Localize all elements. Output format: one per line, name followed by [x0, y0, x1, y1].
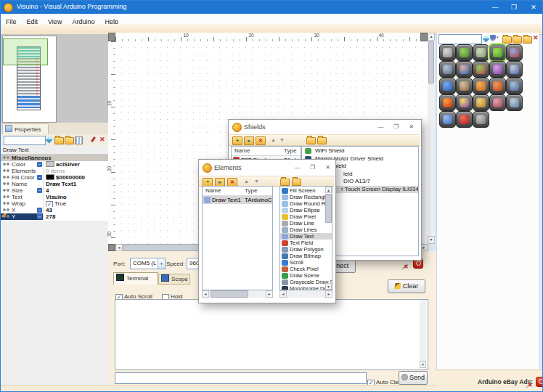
- user-dropdown-icon[interactable]: ▾: [497, 33, 499, 41]
- name-column-header[interactable]: Name: [234, 147, 250, 155]
- property-row[interactable]: Y−278: [1, 213, 108, 220]
- send-button[interactable]: Send: [399, 371, 428, 385]
- shields-title-bar[interactable]: Shields — ❐ ✕: [229, 120, 421, 134]
- elements-collapse-all-icon[interactable]: [292, 179, 301, 186]
- arrange-icon[interactable]: [75, 136, 83, 144]
- palette-item[interactable]: Draw Pixel: [280, 213, 332, 220]
- property-value[interactable]: $00000000: [43, 174, 108, 181]
- shields-add-icon[interactable]: +: [232, 136, 242, 145]
- scroll-up-icon[interactable]: ▴: [428, 33, 435, 41]
- property-value[interactable]: 43: [43, 207, 108, 213]
- send-input[interactable]: [115, 372, 367, 384]
- checkbox-icon[interactable]: ✓: [46, 201, 53, 207]
- toolbox-color-wheel-icon[interactable]: [456, 94, 473, 111]
- scroll-down-icon[interactable]: ▾: [428, 236, 435, 244]
- palette-item[interactable]: Draw Lines: [280, 226, 332, 233]
- elements-scroll-left-icon[interactable]: ◂: [202, 290, 209, 298]
- port-dropdown-icon[interactable]: ▾: [158, 258, 165, 269]
- property-row[interactable]: X−43: [1, 207, 108, 213]
- shields-minimize-icon[interactable]: —: [374, 121, 388, 132]
- palette-item[interactable]: Scroll: [280, 259, 332, 266]
- shields-delete-icon[interactable]: ✕: [256, 136, 266, 145]
- property-value[interactable]: 278: [43, 213, 108, 220]
- ads-settings-icon[interactable]: ／: [526, 381, 532, 388]
- toolbox-arduino-board-icon[interactable]: [456, 44, 473, 61]
- property-row[interactable]: NameDraw Text1: [1, 181, 108, 187]
- toolbox-analog-fire-icon[interactable]: [439, 94, 456, 111]
- name-column-header[interactable]: Name: [205, 187, 221, 195]
- elements-maximize-icon[interactable]: ❐: [306, 162, 319, 173]
- property-row[interactable]: Color−aclSilver: [1, 161, 108, 168]
- property-row[interactable]: Size−4: [1, 187, 108, 194]
- toolbox-home-rf-icon[interactable]: [456, 78, 473, 94]
- collapse-icon[interactable]: −: [37, 162, 42, 167]
- tab-scope[interactable]: Scope: [158, 274, 190, 285]
- filter-icon[interactable]: [46, 136, 53, 144]
- toolbox-converter-icon[interactable]: [473, 78, 489, 94]
- shields-collapse-all-icon[interactable]: [317, 137, 327, 144]
- toolbox-text-icon[interactable]: [456, 61, 473, 78]
- property-row[interactable]: TextVisuino: [1, 194, 108, 200]
- toolbox-tools-icon[interactable]: [439, 44, 456, 61]
- navigator-viewport[interactable]: [3, 38, 48, 65]
- property-row[interactable]: Miscellaneous: [1, 155, 108, 161]
- toolbox-power-cell-icon[interactable]: [506, 61, 523, 78]
- clear-filter-icon[interactable]: ✕: [99, 136, 105, 143]
- property-value[interactable]: ✓True: [43, 200, 108, 207]
- elements-move-down-icon[interactable]: ▼: [254, 177, 259, 185]
- toolbox-numbers-icon[interactable]: [506, 44, 523, 61]
- palette-item[interactable]: Grayscale Draw S: [280, 279, 332, 285]
- palette-item[interactable]: Text Field: [280, 240, 332, 246]
- property-value[interactable]: Draw Text1: [43, 181, 108, 187]
- terminal-scroll-down-icon[interactable]: ▾: [420, 361, 426, 368]
- collapse-icon[interactable]: −: [37, 214, 42, 219]
- elements-close-icon[interactable]: ✕: [321, 162, 335, 173]
- palette-item[interactable]: Draw Scene: [280, 272, 332, 279]
- palette-item[interactable]: Fill Screen: [280, 187, 332, 194]
- shields-move-up-icon[interactable]: ▲: [271, 136, 276, 144]
- toolbox-water-icon[interactable]: [506, 94, 523, 111]
- property-row[interactable]: Wrap✓True: [1, 200, 108, 207]
- elements-expand-all-icon[interactable]: [280, 179, 290, 186]
- shields-insert-icon[interactable]: ▸: [244, 136, 254, 145]
- maximize-icon[interactable]: ❐: [505, 1, 523, 14]
- elements-list-row[interactable]: Draw Text1 TArduinoCol: [203, 196, 272, 204]
- toolbox-filter-icon[interactable]: [483, 36, 490, 43]
- tab-terminal[interactable]: Terminal: [113, 272, 158, 285]
- terminal-output[interactable]: [115, 299, 428, 370]
- palette-scroll-up-icon[interactable]: ▴: [325, 187, 332, 193]
- toolbox-connections-icon[interactable]: [489, 44, 506, 61]
- property-value[interactable]: aclSilver: [43, 161, 108, 168]
- shields-expand-all-icon[interactable]: [306, 137, 316, 144]
- palette-item[interactable]: WiFi Shield: [302, 147, 418, 155]
- design-navigator[interactable]: [1, 34, 108, 123]
- toolbox-breadboard-icon[interactable]: [473, 44, 489, 61]
- user-icon[interactable]: [490, 35, 496, 42]
- close-icon[interactable]: ✕: [523, 1, 543, 14]
- expand-categories-icon[interactable]: [54, 137, 64, 144]
- type-column-header[interactable]: Type: [245, 187, 257, 195]
- palette-item[interactable]: Draw Ellipse: [280, 207, 332, 213]
- terminal-scrollbar[interactable]: [420, 300, 426, 361]
- collapse-icon[interactable]: −: [37, 175, 42, 180]
- toolbox-vehicle-icon[interactable]: [439, 61, 456, 78]
- minimize-icon[interactable]: —: [486, 1, 505, 14]
- toolbox-gamepad-icon[interactable]: [473, 111, 489, 128]
- palette-item[interactable]: Draw Polygon: [280, 246, 332, 253]
- property-value[interactable]: Visuino: [43, 194, 108, 200]
- property-filter-input[interactable]: [4, 136, 46, 145]
- collapse-categories-icon[interactable]: [65, 137, 74, 144]
- palette-scroll-down-icon[interactable]: ▾: [325, 283, 332, 290]
- toolbox-network-icon[interactable]: [489, 78, 506, 94]
- scroll-left-icon[interactable]: ◂: [115, 244, 123, 251]
- palette-scroll-thumb[interactable]: [325, 194, 332, 223]
- toolbox-memory-icon[interactable]: [489, 94, 506, 111]
- palette-scroll-left-icon[interactable]: ◂: [279, 290, 287, 298]
- property-row[interactable]: Fill Color−$00000000: [1, 174, 108, 181]
- palette-item[interactable]: Draw Line: [280, 220, 332, 226]
- toolbox-math-icon[interactable]: [473, 61, 489, 78]
- property-row[interactable]: Elements0 Items: [1, 168, 108, 174]
- shields-move-down-icon[interactable]: ▼: [279, 136, 285, 144]
- palette-hscrollbar[interactable]: [287, 290, 325, 298]
- elements-move-up-icon[interactable]: ▲: [244, 177, 249, 185]
